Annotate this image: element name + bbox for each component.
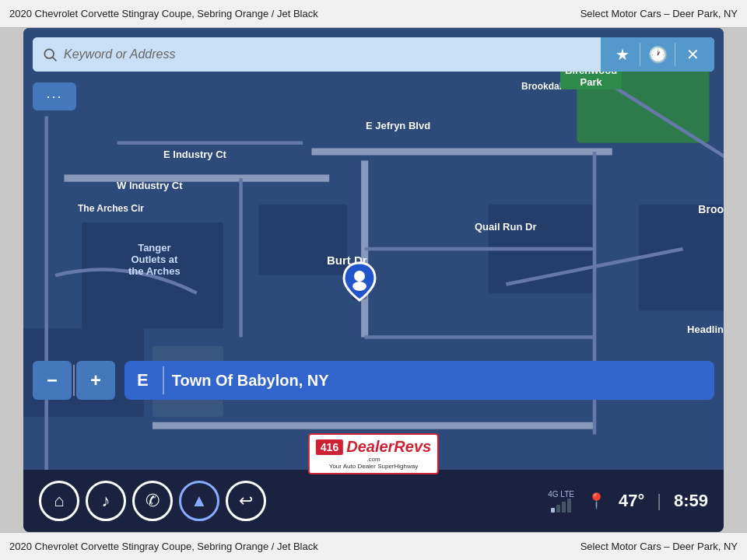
recent-button[interactable]: 🕐	[642, 40, 673, 68]
zoom-in-button[interactable]: +	[76, 361, 115, 400]
direction-letter: E	[137, 370, 149, 390]
music-button[interactable]: ♪	[86, 481, 126, 521]
signal-bar-3	[562, 502, 566, 513]
svg-rect-3	[258, 205, 347, 275]
temperature: 47°	[619, 491, 644, 511]
search-actions: ★ 🕐 ✕	[601, 37, 714, 72]
search-input-area[interactable]: Keyword or Address	[33, 37, 601, 72]
back-button[interactable]: ↩	[226, 481, 266, 521]
favorites-button[interactable]: ★	[607, 40, 638, 68]
map-roads-svg	[23, 28, 724, 470]
location-marker-svg	[342, 261, 377, 302]
svg-point-23	[354, 271, 365, 282]
top-bar: 2020 Chevrolet Corvette Stingray Coupe, …	[0, 0, 747, 28]
signal-bar-1	[551, 508, 555, 513]
divider-1	[640, 43, 640, 66]
signal-bars	[551, 499, 571, 513]
divider-2	[675, 43, 675, 66]
search-bar: Keyword or Address ★ 🕐 ✕	[33, 37, 714, 72]
location-marker	[342, 261, 377, 302]
bottom-bar-dealer: Select Motor Cars – Deer Park, NY	[580, 541, 738, 552]
top-bar-title: 2020 Chevrolet Corvette Stingray Coupe, …	[9, 8, 318, 19]
direction-text: Town Of Babylon, NY	[172, 372, 329, 390]
menu-button[interactable]: ···	[33, 82, 76, 110]
location-icon: 📍	[587, 492, 606, 510]
search-icon	[42, 47, 58, 62]
home-button[interactable]: ⌂	[39, 481, 79, 521]
dir-divider	[163, 366, 164, 394]
map-area: Keyword or Address ★ 🕐 ✕ ··· E Industry …	[23, 28, 724, 470]
time: 8:59	[674, 491, 708, 511]
svg-line-21	[53, 58, 57, 61]
top-bar-dealer: Select Motor Cars – Deer Park, NY	[580, 8, 738, 19]
menu-dots: ···	[46, 89, 62, 105]
temp-time-divider: |	[657, 491, 661, 511]
phone-button[interactable]: ✆	[132, 481, 173, 521]
close-button[interactable]: ✕	[677, 40, 708, 68]
zoom-divider	[73, 365, 75, 396]
status-area: 4G LTE 📍 47° | 8:59	[548, 490, 708, 513]
zoom-controls: − +	[33, 361, 115, 400]
nav-buttons: ⌂ ♪ ✆ ▲ ↩	[39, 481, 266, 521]
signal-label: 4G LTE	[548, 490, 574, 499]
svg-rect-7	[639, 205, 724, 310]
bottom-controls: ⌂ ♪ ✆ ▲ ↩ 4G LTE 📍 47° | 8:59	[23, 470, 724, 532]
search-placeholder: Keyword or Address	[64, 47, 175, 61]
signal-bar-2	[556, 505, 560, 513]
nav-screen: Keyword or Address ★ 🕐 ✕ ··· E Industry …	[23, 28, 724, 532]
map-button[interactable]: ▲	[179, 481, 219, 521]
signal-area: 4G LTE	[548, 490, 574, 513]
signal-bar-4	[567, 499, 571, 513]
svg-point-24	[352, 282, 366, 291]
bottom-bar: 2020 Chevrolet Corvette Stingray Coupe, …	[0, 532, 747, 560]
zoom-out-button[interactable]: −	[33, 361, 72, 400]
bottom-bar-title: 2020 Chevrolet Corvette Stingray Coupe, …	[9, 541, 318, 552]
svg-point-20	[44, 49, 54, 58]
direction-bar: E Town Of Babylon, NY	[124, 361, 714, 400]
